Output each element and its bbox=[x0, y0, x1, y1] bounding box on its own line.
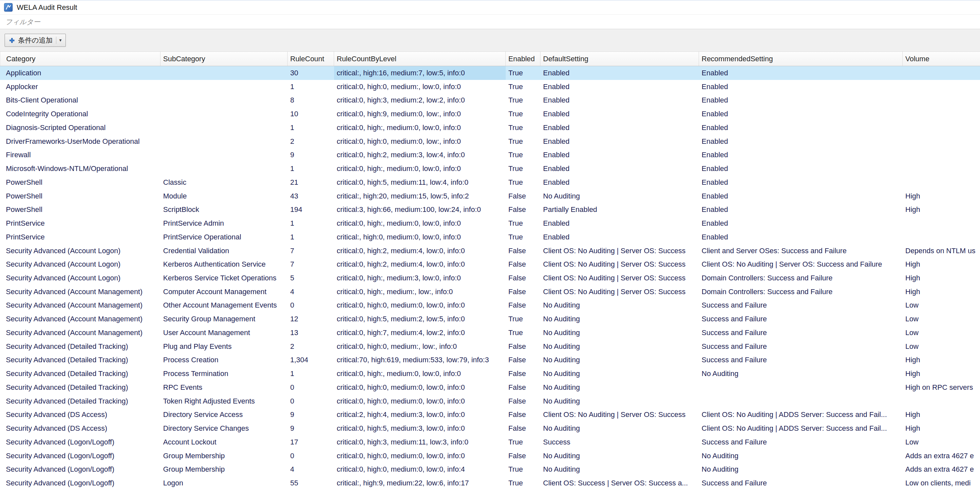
cell-recommendedsetting: Success and Failure bbox=[699, 298, 903, 312]
cell-rulecount: 0 bbox=[288, 298, 334, 312]
cell-subcategory bbox=[161, 80, 288, 94]
cell-category: Security Advanced (Account Logon) bbox=[0, 258, 161, 271]
cell-enabled: False bbox=[506, 340, 541, 353]
filter-input[interactable] bbox=[0, 15, 980, 29]
table-row[interactable]: PowerShellClassic21critical:0, high:5, m… bbox=[0, 175, 980, 189]
table-row[interactable]: PowerShellScriptBlock194critical:3, high… bbox=[0, 203, 980, 216]
table-row[interactable]: PowerShellModule43critical:, high:20, me… bbox=[0, 189, 980, 203]
column-header-volume[interactable]: Volume bbox=[903, 52, 980, 66]
column-header-rulecountbylevel[interactable]: RuleCountByLevel bbox=[334, 52, 506, 66]
cell-recommendedsetting: Enabled bbox=[699, 107, 903, 121]
cell-rulecount: 194 bbox=[288, 203, 334, 216]
column-header-subcategory[interactable]: SubCategory bbox=[161, 52, 288, 66]
table-row[interactable]: Security Advanced (Detailed Tracking)Tok… bbox=[0, 395, 980, 408]
grid-body: Application30critical:, high:16, medium:… bbox=[0, 66, 980, 490]
table-row[interactable]: Security Advanced (Account Management)Us… bbox=[0, 326, 980, 340]
cell-volume: High bbox=[903, 422, 980, 435]
cell-volume: High bbox=[903, 353, 980, 367]
table-row[interactable]: Security Advanced (Detailed Tracking)Pro… bbox=[0, 353, 980, 367]
table-row[interactable]: Security Advanced (Account Management)Co… bbox=[0, 285, 980, 299]
cell-rulecountbylevel: critical:0, high:, medium:0, low:0, info… bbox=[334, 367, 506, 380]
cell-rulecountbylevel: critical:0, high:7, medium:4, low:2, inf… bbox=[334, 326, 506, 340]
table-row[interactable]: CodeIntegrity Operational10critical:0, h… bbox=[0, 107, 980, 121]
grid-header: CategorySubCategoryRuleCountRuleCountByL… bbox=[0, 52, 980, 66]
cell-category: Security Advanced (Logon/Logoff) bbox=[0, 463, 161, 476]
table-row[interactable]: DriverFrameworks-UserMode Operational2cr… bbox=[0, 135, 980, 148]
toolbar: 条件の追加 ▼ bbox=[0, 29, 980, 52]
table-row[interactable]: Security Advanced (Detailed Tracking)Pro… bbox=[0, 367, 980, 380]
table-row[interactable]: Security Advanced (Logon/Logoff)Logon55c… bbox=[0, 476, 980, 490]
cell-subcategory: Directory Service Access bbox=[161, 408, 288, 422]
filter-bar bbox=[0, 15, 980, 29]
cell-category: PrintService bbox=[0, 230, 161, 244]
cell-subcategory: Classic bbox=[161, 175, 288, 189]
cell-defaultsetting: No Auditing bbox=[541, 189, 699, 203]
table-row[interactable]: Security Advanced (Detailed Tracking)Plu… bbox=[0, 340, 980, 353]
cell-subcategory: Process Creation bbox=[161, 353, 288, 367]
cell-recommendedsetting: Enabled bbox=[699, 93, 903, 107]
cell-defaultsetting: No Auditing bbox=[541, 367, 699, 380]
table-row[interactable]: Security Advanced (DS Access)Directory S… bbox=[0, 408, 980, 422]
table-row[interactable]: Security Advanced (Detailed Tracking)RPC… bbox=[0, 380, 980, 395]
table-row[interactable]: Diagnosis-Scripted Operational1critical:… bbox=[0, 121, 980, 135]
table-row[interactable]: Security Advanced (Logon/Logoff)Account … bbox=[0, 435, 980, 449]
cell-defaultsetting: Enabled bbox=[541, 80, 699, 94]
cell-volume: Depends on NTLM us bbox=[903, 244, 980, 258]
table-row[interactable]: PrintServicePrintService Operational1cri… bbox=[0, 230, 980, 244]
table-row[interactable]: Security Advanced (DS Access)Directory S… bbox=[0, 422, 980, 435]
table-row[interactable]: PrintServicePrintService Admin1critical:… bbox=[0, 216, 980, 230]
column-header-recommendedsetting[interactable]: RecommendedSetting bbox=[699, 52, 903, 66]
column-header-enabled[interactable]: Enabled bbox=[506, 52, 541, 66]
table-row[interactable]: Security Advanced (Account Logon)Credent… bbox=[0, 244, 980, 258]
cell-subcategory: Module bbox=[161, 189, 288, 203]
cell-subcategory: Group Membership bbox=[161, 463, 288, 476]
add-condition-button[interactable]: 条件の追加 ▼ bbox=[5, 34, 66, 47]
cell-enabled: False bbox=[506, 408, 541, 422]
cell-rulecount: 9 bbox=[288, 148, 334, 162]
table-row[interactable]: Security Advanced (Logon/Logoff)Group Me… bbox=[0, 449, 980, 463]
cell-category: Security Advanced (DS Access) bbox=[0, 422, 161, 435]
cell-rulecount: 2 bbox=[288, 340, 334, 353]
table-row[interactable]: Firewall9critical:0, high:2, medium:3, l… bbox=[0, 148, 980, 162]
cell-rulecount: 9 bbox=[288, 422, 334, 435]
cell-enabled: False bbox=[506, 449, 541, 463]
table-row[interactable]: Bits-Client Operational8critical:0, high… bbox=[0, 93, 980, 107]
table-row[interactable]: Security Advanced (Account Logon)Kerbero… bbox=[0, 271, 980, 285]
cell-rulecount: 1 bbox=[288, 230, 334, 244]
table-row[interactable]: Security Advanced (Account Logon)Kerbero… bbox=[0, 258, 980, 271]
cell-rulecountbylevel: critical:0, high:0, medium:, low:, info:… bbox=[334, 340, 506, 353]
cell-rulecount: 9 bbox=[288, 408, 334, 422]
cell-defaultsetting: Partially Enabled bbox=[541, 203, 699, 216]
cell-enabled: False bbox=[506, 285, 541, 299]
table-row[interactable]: Application30critical:, high:16, medium:… bbox=[0, 66, 980, 80]
cell-subcategory: Other Account Management Events bbox=[161, 298, 288, 312]
cell-subcategory: PrintService Operational bbox=[161, 230, 288, 244]
chevron-down-icon[interactable]: ▼ bbox=[59, 38, 62, 42]
cell-defaultsetting: No Auditing bbox=[541, 422, 699, 435]
cell-category: Security Advanced (Detailed Tracking) bbox=[0, 353, 161, 367]
column-header-defaultsetting[interactable]: DefaultSetting bbox=[541, 52, 699, 66]
cell-subcategory: Directory Service Changes bbox=[161, 422, 288, 435]
cell-category: Applocker bbox=[0, 80, 161, 94]
table-row[interactable]: Applocker1critical:0, high:0, medium:, l… bbox=[0, 80, 980, 94]
cell-recommendedsetting: Enabled bbox=[699, 66, 903, 80]
cell-subcategory: Process Termination bbox=[161, 367, 288, 380]
cell-rulecount: 0 bbox=[288, 380, 334, 395]
cell-subcategory: Credential Validation bbox=[161, 244, 288, 258]
column-header-category[interactable]: Category bbox=[0, 52, 161, 66]
cell-enabled: True bbox=[506, 162, 541, 175]
cell-enabled: False bbox=[506, 380, 541, 395]
cell-rulecountbylevel: critical:0, high:5, medium:2, low:5, inf… bbox=[334, 312, 506, 326]
cell-recommendedsetting: Domain Controllers: Success and Failure bbox=[699, 271, 903, 285]
table-row[interactable]: Security Advanced (Logon/Logoff)Group Me… bbox=[0, 463, 980, 476]
cell-category: Application bbox=[0, 66, 161, 80]
table-row[interactable]: Security Advanced (Account Management)Ot… bbox=[0, 298, 980, 312]
cell-defaultsetting: Enabled bbox=[541, 230, 699, 244]
cell-recommendedsetting: Enabled bbox=[699, 189, 903, 203]
cell-rulecountbylevel: critical:0, high:3, medium:2, low:2, inf… bbox=[334, 93, 506, 107]
cell-volume: Low bbox=[903, 326, 980, 340]
table-row[interactable]: Security Advanced (Account Management)Se… bbox=[0, 312, 980, 326]
cell-category: Security Advanced (Detailed Tracking) bbox=[0, 340, 161, 353]
column-header-rulecount[interactable]: RuleCount bbox=[288, 52, 334, 66]
table-row[interactable]: Microsoft-Windows-NTLM/Operational1criti… bbox=[0, 162, 980, 175]
